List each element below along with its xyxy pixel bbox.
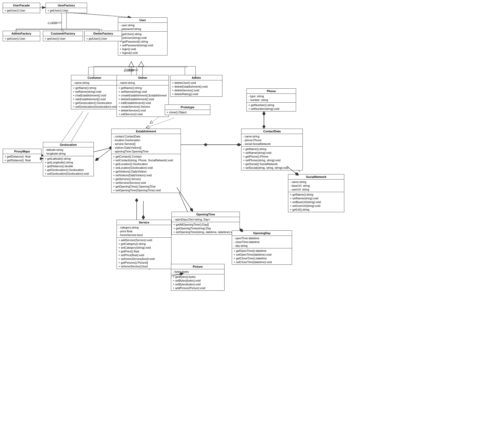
service-box: Service - category:string - price:float …	[117, 220, 171, 269]
prototype-box: Prototype + clone():Object	[165, 104, 210, 115]
admin-title: Admin	[170, 75, 222, 80]
userfactory-row-0: + getUser():User	[47, 9, 85, 12]
svg-text:Extends: Extends	[48, 22, 57, 25]
svg-line-20	[62, 111, 83, 142]
user-box: User - user:string - password:string + g…	[118, 17, 167, 55]
phone-title: Phone	[247, 89, 296, 94]
adminfactory-title: AdminFactory	[3, 31, 40, 36]
userfacade-box: UserFacade + getUser():User	[3, 3, 40, 13]
svg-line-53	[95, 149, 111, 161]
owner-box: Owner - name:string + getName():string +…	[117, 75, 169, 117]
user-title: User	[118, 18, 167, 23]
contactdata-box: ContactData - name:string - phone:Phone …	[241, 129, 303, 170]
userfacade-row-0: + getUser():User	[5, 9, 38, 12]
userfacade-title: UserFacade	[3, 3, 40, 8]
openingtime-box: OpeningTime - openDays:Dict<string, Day>…	[171, 212, 240, 235]
contactdata-title: ContactData	[241, 129, 303, 134]
diagram-container: Extends Extends	[0, 0, 504, 433]
svg-text:Extends: Extends	[52, 21, 62, 24]
costumer-box: Costumer - name:string + getName():strin…	[71, 75, 118, 109]
geolocation-box: Geolocation - latitude:string - longitud…	[43, 142, 94, 176]
customerfactory-box: CustomerFactory + getUser():User	[43, 31, 83, 41]
extra-connectors: UserFactory dependency --> Extends Exten…	[0, 0, 504, 433]
userfactory-methods: + getUser():User	[46, 8, 87, 13]
admin-box: Admin + deleteUser():void + deleteEstabl…	[170, 75, 222, 97]
picture-title: Picture	[171, 264, 224, 269]
user-methods: + getUser():string + setUser(string):voi…	[118, 32, 167, 55]
proxymaps-title: ProxyMaps	[3, 149, 41, 154]
service-title: Service	[117, 220, 171, 225]
userfacade-methods: + getUser():User	[3, 8, 40, 13]
svg-marker-14	[129, 62, 134, 67]
socialnetwork-title: SocialNetwork	[288, 174, 344, 180]
openingtime-title: OpeningTime	[172, 212, 240, 217]
establishment-box: Establishment - contact:ContactData - lo…	[111, 129, 181, 193]
svg-marker-45	[139, 62, 144, 66]
customerfactory-title: CustomerFactory	[43, 31, 83, 36]
svg-line-51	[146, 118, 174, 128]
phone-box: Phone - type: string - number: string + …	[247, 88, 296, 111]
openingday-title: OpeningDay	[232, 231, 292, 236]
connectors-svg: Extends Extends	[0, 0, 504, 433]
adminfactory-box: AdminFactory + getUser():User	[3, 31, 40, 41]
ownerfactory-title: OwnerFactory	[85, 31, 122, 36]
prototype-title: Prototype	[165, 105, 210, 110]
extends-label: Extends	[125, 68, 134, 71]
owner-title: Owner	[117, 75, 169, 80]
socialnetwork-box: SocialNetwork - name:string - baseUrl: s…	[288, 174, 344, 212]
user-attrs: - user:string - password:string	[118, 23, 167, 32]
userfactory-box: UserFactory + getUser():User	[46, 3, 87, 13]
ownerfactory-box: OwnerFactory + getUser():User	[84, 31, 122, 41]
establishment-title: Establishment	[111, 129, 181, 134]
picture-box: Picture - bytes:bytes + getBytes():bytes…	[171, 264, 225, 291]
costumer-title: Costumer	[71, 75, 118, 80]
svg-line-52	[71, 113, 88, 142]
geolocation-title: Geolocation	[43, 142, 94, 147]
openingday-box: OpeningDay - openTime:datetime - closeTi…	[232, 230, 292, 265]
userfactory-title: UserFactory	[46, 3, 87, 8]
proxymaps-box: ProxyMaps + getDistance(): float + getDi…	[3, 149, 42, 163]
